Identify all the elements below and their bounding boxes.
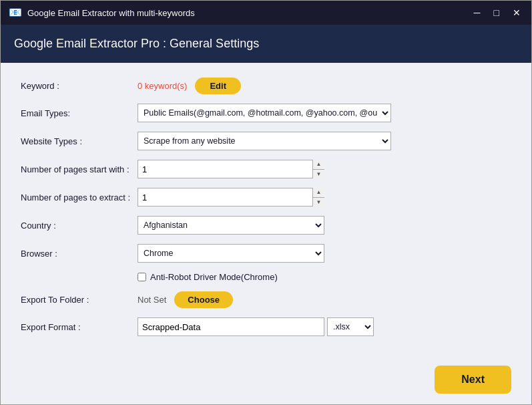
pages-start-down[interactable]: ▼	[313, 170, 324, 179]
anti-robot-checkbox[interactable]	[138, 273, 146, 281]
website-types-row: Website Types : Scrape from any website	[21, 132, 511, 150]
export-ext-select[interactable]: .xlsx.csv	[327, 317, 374, 336]
keyword-row: Keyword : 0 keyword(s) Edit	[21, 78, 511, 94]
browser-label: Browser :	[21, 249, 138, 259]
pages-extract-label: Number of pages to extract :	[21, 192, 138, 202]
country-row: Country : Afghanistan	[21, 216, 511, 235]
title-bar-text: Google Email Extractor with multi-keywor…	[27, 8, 471, 18]
email-types-label: Email Types:	[21, 108, 138, 118]
country-label: Country :	[21, 221, 138, 231]
title-bar: 📧 Google Email Extractor with multi-keyw…	[1, 1, 531, 25]
export-folder-row: Export To Folder : Not Set Choose	[21, 291, 511, 308]
pages-extract-spinbox: ▲ ▼	[138, 188, 324, 207]
export-format-row: Export Format : .xlsx.csv	[21, 317, 511, 336]
pages-start-row: Number of pages start with : ▲ ▼	[21, 160, 511, 178]
maximize-button[interactable]: □	[491, 7, 502, 19]
app-icon: 📧	[9, 6, 22, 19]
footer: Next	[1, 359, 531, 404]
app-header: Google Email Extractor Pro : General Set…	[1, 25, 531, 63]
anti-robot-label: Anti-Robot Driver Mode(Chrome)	[150, 272, 278, 282]
app-header-title: Google Email Extractor Pro : General Set…	[14, 37, 259, 50]
pages-extract-down[interactable]: ▼	[313, 198, 324, 207]
edit-button[interactable]: Edit	[195, 78, 241, 94]
browser-row: Browser : Chrome	[21, 244, 511, 263]
main-window: 📧 Google Email Extractor with multi-keyw…	[0, 0, 532, 405]
browser-select[interactable]: Chrome	[138, 244, 324, 263]
pages-extract-row: Number of pages to extract : ▲ ▼	[21, 188, 511, 207]
keyword-label: Keyword :	[21, 81, 138, 91]
export-format-label: Export Format :	[21, 322, 138, 332]
pages-start-input[interactable]	[138, 160, 324, 178]
pages-start-label: Number of pages start with :	[21, 164, 138, 174]
pages-start-up[interactable]: ▲	[313, 160, 324, 170]
website-types-select[interactable]: Scrape from any website	[138, 132, 391, 150]
pages-extract-up[interactable]: ▲	[313, 188, 324, 198]
minimize-button[interactable]: ─	[471, 7, 483, 19]
email-types-select[interactable]: Public Emails(@gmail.com, @hotmail.com, …	[138, 104, 391, 122]
title-bar-controls: ─ □ ✕	[471, 7, 523, 19]
country-select[interactable]: Afghanistan	[138, 216, 324, 235]
export-folder-value: Not Set	[138, 295, 166, 305]
website-types-label: Website Types :	[21, 136, 138, 146]
next-button[interactable]: Next	[435, 366, 511, 394]
pages-extract-arrows: ▲ ▼	[312, 188, 324, 207]
form-content: Keyword : 0 keyword(s) Edit Email Types:…	[1, 63, 531, 359]
export-folder-label: Export To Folder :	[21, 295, 138, 305]
choose-button[interactable]: Choose	[174, 291, 233, 308]
email-types-row: Email Types: Public Emails(@gmail.com, @…	[21, 104, 511, 122]
pages-extract-input[interactable]	[138, 188, 324, 207]
export-format-input[interactable]	[138, 317, 324, 336]
close-button[interactable]: ✕	[510, 7, 523, 19]
pages-start-spinbox: ▲ ▼	[138, 160, 324, 178]
anti-robot-row: Anti-Robot Driver Mode(Chrome)	[138, 272, 511, 282]
keyword-count: 0 keyword(s)	[138, 81, 187, 91]
pages-start-arrows: ▲ ▼	[312, 160, 324, 178]
